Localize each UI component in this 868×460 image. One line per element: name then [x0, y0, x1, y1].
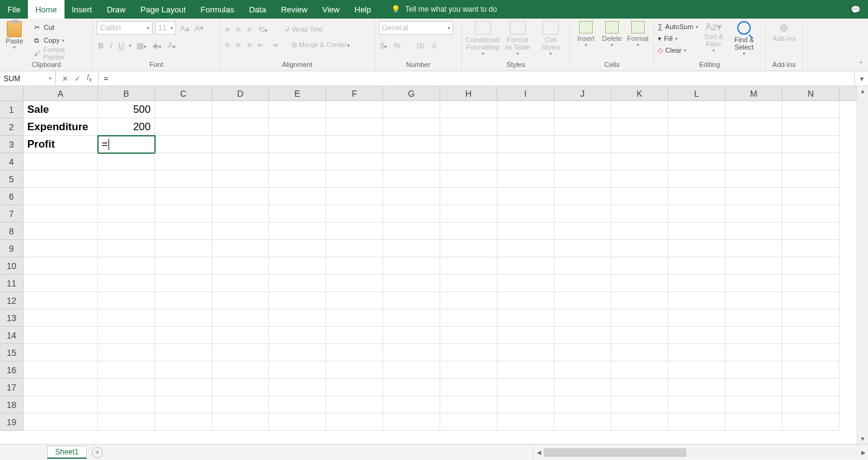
- cell-B7[interactable]: [98, 205, 155, 223]
- cell-styles-button[interactable]: Cell Styles▾: [536, 21, 566, 56]
- cell-G5[interactable]: [383, 170, 440, 188]
- cell-N1[interactable]: [782, 101, 839, 118]
- cell-M4[interactable]: [725, 153, 782, 170]
- cell-N17[interactable]: [782, 379, 839, 396]
- cell-G3[interactable]: [383, 136, 440, 153]
- cell-A8[interactable]: [24, 223, 98, 240]
- cell-C19[interactable]: [155, 414, 212, 431]
- cell-L12[interactable]: [668, 292, 725, 309]
- cell-N15[interactable]: [782, 344, 839, 361]
- row-header[interactable]: 6: [0, 188, 24, 205]
- column-header[interactable]: E: [269, 86, 326, 100]
- cell-N3[interactable]: [782, 136, 839, 153]
- cell-B12[interactable]: [98, 292, 155, 309]
- cell-M1[interactable]: [725, 101, 782, 118]
- cell-B6[interactable]: [98, 188, 155, 205]
- column-header[interactable]: C: [155, 86, 212, 100]
- cell-D8[interactable]: [212, 223, 269, 240]
- scroll-down-button[interactable]: ▼: [857, 434, 868, 444]
- cell-K8[interactable]: [611, 223, 668, 240]
- cancel-formula-button[interactable]: ✕: [62, 74, 68, 83]
- cell-H16[interactable]: [440, 361, 497, 379]
- increase-decimal-button[interactable]: .00: [414, 42, 425, 50]
- scroll-thumb[interactable]: [544, 448, 686, 457]
- cell-K19[interactable]: [611, 414, 668, 431]
- copy-button[interactable]: ⧉Copy▾: [30, 34, 89, 46]
- row-header[interactable]: 19: [0, 414, 24, 431]
- cell-E17[interactable]: [269, 379, 326, 396]
- font-name-select[interactable]: Calibri▾: [97, 21, 153, 35]
- font-color-button[interactable]: A▾: [166, 41, 177, 50]
- cell-J17[interactable]: [554, 379, 611, 396]
- autosum-button[interactable]: ∑AutoSum▾: [658, 21, 698, 32]
- scroll-left-button[interactable]: ◀: [534, 449, 544, 456]
- cell-L7[interactable]: [668, 205, 725, 223]
- select-all-button[interactable]: [0, 86, 24, 100]
- cell-C13[interactable]: [155, 309, 212, 327]
- cell-K13[interactable]: [611, 309, 668, 327]
- comments-icon[interactable]: 💬: [851, 5, 868, 14]
- cell-M7[interactable]: [725, 205, 782, 223]
- cell-B4[interactable]: [98, 153, 155, 170]
- cell-K6[interactable]: [611, 188, 668, 205]
- cell-B2[interactable]: 200: [98, 118, 155, 136]
- cell-H14[interactable]: [440, 327, 497, 344]
- cell-L13[interactable]: [668, 309, 725, 327]
- cell-E7[interactable]: [269, 205, 326, 223]
- cell-D9[interactable]: [212, 240, 269, 257]
- cell-I15[interactable]: [497, 344, 554, 361]
- tab-formulas[interactable]: Formulas: [193, 0, 242, 19]
- cut-button[interactable]: ✂Cut: [30, 21, 89, 33]
- cell-L19[interactable]: [668, 414, 725, 431]
- enter-formula-button[interactable]: ✓: [74, 74, 81, 83]
- tab-file[interactable]: File: [0, 0, 28, 19]
- tell-me-search[interactable]: 💡 Tell me what you want to do: [391, 5, 497, 14]
- cell-C10[interactable]: [155, 257, 212, 275]
- cell-L10[interactable]: [668, 257, 725, 275]
- cell-F8[interactable]: [326, 223, 383, 240]
- cell-F1[interactable]: [326, 101, 383, 118]
- cell-J9[interactable]: [554, 240, 611, 257]
- row-header[interactable]: 14: [0, 327, 24, 344]
- cell-J19[interactable]: [554, 414, 611, 431]
- column-header[interactable]: N: [782, 86, 839, 100]
- cell-G16[interactable]: [383, 361, 440, 379]
- cell-M3[interactable]: [725, 136, 782, 153]
- cell-D17[interactable]: [212, 379, 269, 396]
- cell-J16[interactable]: [554, 361, 611, 379]
- cell-K9[interactable]: [611, 240, 668, 257]
- cell-N11[interactable]: [782, 275, 839, 292]
- cell-E2[interactable]: [269, 118, 326, 136]
- paste-button[interactable]: Paste ▾: [4, 21, 25, 50]
- cell-K5[interactable]: [611, 170, 668, 188]
- conditional-formatting-button[interactable]: Conditional Formatting▾: [466, 21, 500, 56]
- cell-F7[interactable]: [326, 205, 383, 223]
- cell-I16[interactable]: [497, 361, 554, 379]
- cell-L8[interactable]: [668, 223, 725, 240]
- cell-F14[interactable]: [326, 327, 383, 344]
- cell-E3[interactable]: [269, 136, 326, 153]
- row-header[interactable]: 15: [0, 344, 24, 361]
- cell-H1[interactable]: [440, 101, 497, 118]
- cell-I11[interactable]: [497, 275, 554, 292]
- cell-A6[interactable]: [24, 188, 98, 205]
- cell-F6[interactable]: [326, 188, 383, 205]
- cell-B5[interactable]: [98, 170, 155, 188]
- cell-A18[interactable]: [24, 396, 98, 414]
- cell-F19[interactable]: [326, 414, 383, 431]
- row-header[interactable]: 5: [0, 170, 24, 188]
- decrease-indent-button[interactable]: ⇤: [257, 40, 266, 50]
- cell-E16[interactable]: [269, 361, 326, 379]
- cell-G17[interactable]: [383, 379, 440, 396]
- column-header[interactable]: J: [554, 86, 611, 100]
- cell-I2[interactable]: [497, 118, 554, 136]
- column-header[interactable]: M: [725, 86, 782, 100]
- cell-D11[interactable]: [212, 275, 269, 292]
- column-header[interactable]: F: [326, 86, 383, 100]
- cell-N19[interactable]: [782, 414, 839, 431]
- cell-I12[interactable]: [497, 292, 554, 309]
- cell-B16[interactable]: [98, 361, 155, 379]
- cell-E19[interactable]: [269, 414, 326, 431]
- cell-G9[interactable]: [383, 240, 440, 257]
- cell-C16[interactable]: [155, 361, 212, 379]
